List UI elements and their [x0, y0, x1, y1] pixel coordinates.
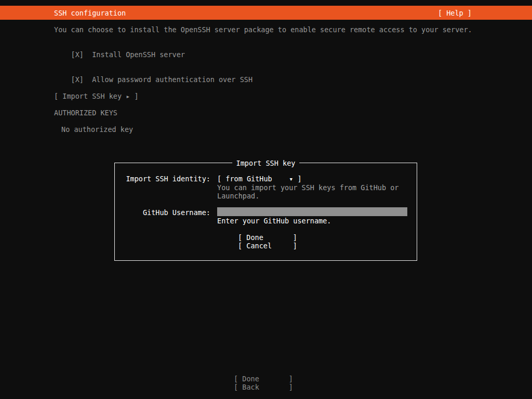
import-identity-label: Import SSH identity:: [115, 175, 210, 183]
dialog-cancel-button[interactable]: [ Cancel ]: [238, 242, 297, 250]
github-username-input[interactable]: JeremyMclynch_: [217, 207, 407, 216]
help-button[interactable]: [ Help ]: [438, 9, 472, 17]
authorized-keys-heading: AUTHORIZED KEYS: [54, 109, 117, 117]
import-ssh-key-dialog: Import SSH key Import SSH identity: [ fr…: [114, 163, 417, 261]
ssh-configuration-screen: SSH configuration [ Help ] You can choos…: [0, 0, 532, 399]
github-username-label: GitHub Username:: [115, 208, 210, 217]
checkbox-label: Allow password authentication over SSH: [92, 75, 252, 84]
back-button[interactable]: [ Back ]: [234, 383, 293, 391]
import-ssh-key-button[interactable]: [ Import SSH key ▸ ]: [54, 92, 139, 100]
title-bar: SSH configuration [ Help ]: [0, 6, 532, 20]
dialog-done-button[interactable]: [ Done ]: [238, 233, 297, 242]
intro-text: You can choose to install the OpenSSH se…: [54, 25, 472, 34]
checkbox-allow-password-auth[interactable]: [X]Allow password authentication over SS…: [54, 67, 252, 92]
import-identity-dropdown[interactable]: [ from GitHub ▾ ]: [217, 175, 302, 183]
identity-help-line-2: Launchpad.: [217, 192, 259, 200]
checkbox-install-openssh[interactable]: [X]Install OpenSSH server: [54, 42, 185, 67]
identity-help-line-1: You can import your SSH keys from GitHub…: [217, 183, 399, 192]
checkbox-state-icon: [X]: [71, 75, 84, 84]
checkbox-state-icon: [X]: [71, 50, 84, 59]
checkbox-label: Install OpenSSH server: [92, 50, 185, 59]
page-title: SSH configuration: [54, 9, 126, 17]
dialog-title: Import SSH key: [232, 159, 300, 167]
username-help-text: Enter your GitHub username.: [217, 217, 331, 225]
no-authorized-key-text: No authorized key: [61, 125, 133, 134]
done-button[interactable]: [ Done ]: [234, 375, 293, 383]
